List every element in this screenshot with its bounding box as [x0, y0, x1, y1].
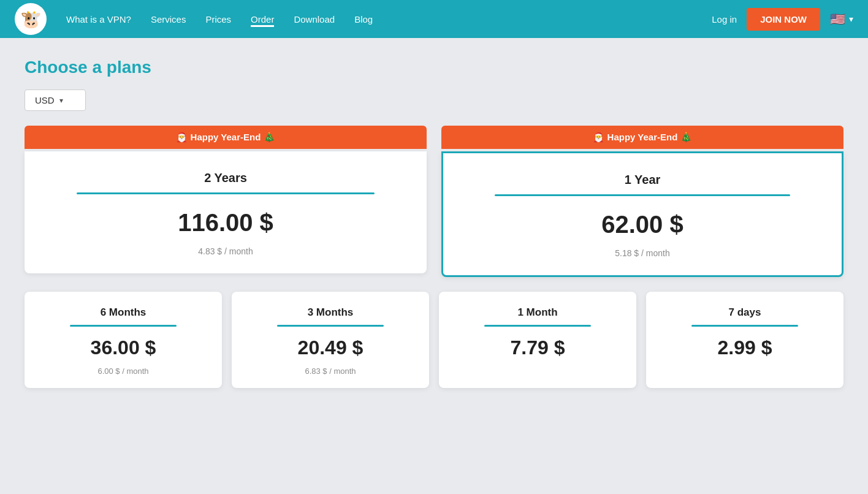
plan-7days-price: 2.99 $ — [656, 336, 834, 359]
bottom-plans-row: 6 Months 36.00 $ 6.00 $ / month 3 Months… — [25, 292, 843, 388]
navigation: 🐮 What is a VPN? Services Prices Order D… — [0, 0, 868, 38]
plan-1year-title: 1 Year — [458, 173, 827, 187]
page-title: Choose a plans — [25, 58, 843, 77]
plan-6months-card[interactable]: 6 Months 36.00 $ 6.00 $ / month — [25, 292, 222, 388]
plan-1year-price: 62.00 $ — [458, 211, 827, 238]
plan-1month-card[interactable]: 1 Month 7.79 $ — [439, 292, 636, 388]
join-now-button[interactable]: JOIN NOW — [747, 8, 820, 31]
currency-select[interactable]: USD ▾ — [25, 89, 86, 111]
nav-links: What is a VPN? Services Prices Order Dow… — [66, 12, 712, 27]
nav-link-vpn[interactable]: What is a VPN? — [66, 12, 131, 27]
plan-2years-price: 116.00 $ — [39, 209, 412, 237]
currency-value: USD — [35, 95, 55, 105]
logo[interactable]: 🐮 — [15, 3, 47, 35]
plan-1year-wrapper: 🎅 Happy Year-End 🎄 1 Year 62.00 $ 5.18 $… — [441, 151, 843, 277]
main-content: Choose a plans USD ▾ 🎅 Happy Year-End 🎄 … — [0, 38, 868, 408]
chevron-down-icon: ▾ — [59, 96, 63, 105]
nav-link-services[interactable]: Services — [151, 12, 186, 27]
plan-6months-price: 36.00 $ — [34, 336, 212, 359]
nav-link-blog[interactable]: Blog — [354, 12, 373, 27]
plan-3months-divider — [277, 325, 384, 327]
login-button[interactable]: Log in — [712, 14, 737, 25]
top-plans-row: 🎅 Happy Year-End 🎄 2 Years 116.00 $ 4.83… — [25, 126, 843, 277]
plan-3months-card[interactable]: 3 Months 20.49 $ 6.83 $ / month — [232, 292, 429, 388]
currency-wrapper: USD ▾ — [25, 89, 843, 111]
language-selector[interactable]: 🇺🇸 ▾ — [830, 12, 853, 26]
nav-link-order[interactable]: Order — [251, 12, 274, 27]
plan-1year-card[interactable]: 1 Year 62.00 $ 5.18 $ / month — [441, 151, 843, 277]
plan-1year-divider — [495, 194, 790, 196]
plan-3months-price: 20.49 $ — [242, 336, 419, 359]
plan-3months-title: 3 Months — [242, 306, 419, 319]
plan-2years-monthly: 4.83 $ / month — [39, 246, 412, 256]
plan-6months-monthly: 6.00 $ / month — [34, 367, 212, 376]
plan-3months-monthly: 6.83 $ / month — [242, 367, 419, 376]
plan-2years-divider — [77, 192, 375, 194]
plan-7days-divider — [691, 325, 798, 327]
nav-right: Log in JOIN NOW 🇺🇸 ▾ — [712, 8, 853, 31]
nav-link-download[interactable]: Download — [294, 12, 335, 27]
plan-2years-promo: 🎅 Happy Year-End 🎄 — [25, 126, 427, 149]
plan-6months-divider — [70, 325, 177, 327]
plan-7days-title: 7 days — [656, 306, 834, 319]
plan-1month-price: 7.79 $ — [449, 336, 626, 359]
plan-1year-monthly: 5.18 $ / month — [458, 248, 827, 258]
flag-arrow: ▾ — [849, 14, 853, 24]
plan-1year-promo: 🎅 Happy Year-End 🎄 — [441, 126, 843, 149]
plan-1month-title: 1 Month — [449, 306, 626, 319]
plan-6months-title: 6 Months — [34, 306, 212, 319]
plan-2years-title: 2 Years — [39, 171, 412, 185]
plan-7days-card[interactable]: 7 days 2.99 $ — [646, 292, 843, 388]
flag-icon: 🇺🇸 — [830, 12, 845, 26]
plan-2years-card[interactable]: 2 Years 116.00 $ 4.83 $ / month — [25, 151, 427, 273]
plan-2years-wrapper: 🎅 Happy Year-End 🎄 2 Years 116.00 $ 4.83… — [25, 151, 427, 277]
nav-link-prices[interactable]: Prices — [205, 12, 231, 27]
plan-1month-divider — [484, 325, 591, 327]
logo-icon: 🐮 — [20, 9, 42, 29]
